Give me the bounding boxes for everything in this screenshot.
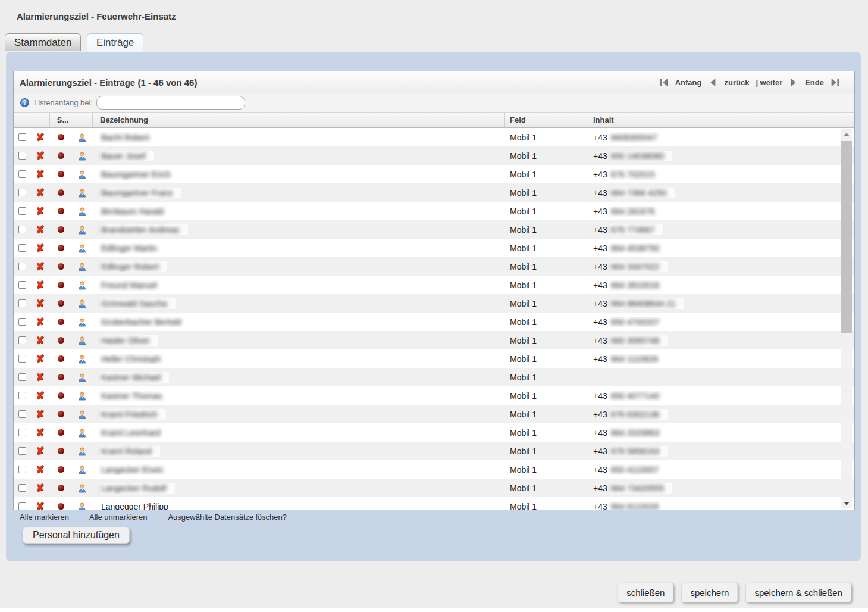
delete-row-icon[interactable]: ✘ xyxy=(36,169,45,180)
row-phone-number: 676 702015 xyxy=(611,170,655,179)
pagination-first[interactable]: Anfang xyxy=(675,78,702,87)
row-checkbox[interactable] xyxy=(18,336,26,344)
save-and-close-button[interactable]: speichern & schließen xyxy=(745,583,851,602)
row-checkbox[interactable] xyxy=(18,447,26,455)
row-checkbox[interactable] xyxy=(18,152,26,160)
delete-row-icon[interactable]: ✘ xyxy=(36,280,45,291)
person-icon[interactable] xyxy=(77,336,87,345)
row-phone-number: 664 2029963 xyxy=(611,428,660,438)
deselect-all-link[interactable]: Alle unmarkieren xyxy=(89,513,148,522)
delete-row-icon[interactable]: ✘ xyxy=(36,501,45,510)
header-feld[interactable]: Feld xyxy=(505,113,588,127)
person-icon[interactable] xyxy=(77,317,87,327)
row-field: Mobil 1 xyxy=(505,410,588,419)
pagination-last[interactable]: Ende xyxy=(805,78,824,87)
help-icon[interactable]: ? xyxy=(20,98,29,107)
person-icon[interactable] xyxy=(77,483,87,493)
delete-row-icon[interactable]: ✘ xyxy=(36,335,45,346)
select-all-link[interactable]: Alle markieren xyxy=(20,513,69,522)
pagination-next[interactable]: | weiter xyxy=(756,78,782,87)
delete-row-icon[interactable]: ✘ xyxy=(36,317,45,327)
person-icon[interactable] xyxy=(77,465,87,474)
delete-row-icon[interactable]: ✘ xyxy=(36,372,45,383)
delete-row-icon[interactable]: ✘ xyxy=(36,261,45,272)
delete-selected-link[interactable]: Ausgewählte Datensätze löschen? xyxy=(168,513,286,522)
person-icon[interactable] xyxy=(77,225,87,235)
first-page-icon[interactable] xyxy=(659,78,669,87)
next-page-icon[interactable] xyxy=(789,78,798,87)
row-checkbox[interactable] xyxy=(18,373,26,381)
tab-eintraege[interactable]: Einträge xyxy=(87,33,143,52)
person-icon[interactable] xyxy=(77,299,87,308)
person-icon[interactable] xyxy=(77,446,87,456)
person-icon[interactable] xyxy=(77,280,87,290)
person-icon[interactable] xyxy=(77,354,87,364)
table-scrollbar[interactable] xyxy=(841,129,852,508)
row-checkbox[interactable] xyxy=(18,466,26,473)
delete-row-icon[interactable]: ✘ xyxy=(36,188,45,198)
person-icon[interactable] xyxy=(77,428,87,438)
row-checkbox[interactable] xyxy=(18,170,26,178)
scroll-down-icon[interactable] xyxy=(841,498,852,508)
pagination-prev[interactable]: zurück xyxy=(724,78,749,87)
row-checkbox[interactable] xyxy=(18,355,26,363)
row-checkbox[interactable] xyxy=(18,318,26,326)
delete-row-icon[interactable]: ✘ xyxy=(36,224,45,235)
person-icon[interactable] xyxy=(77,373,87,382)
delete-row-icon[interactable]: ✘ xyxy=(36,151,45,161)
row-checkbox[interactable] xyxy=(18,226,26,233)
delete-row-icon[interactable]: ✘ xyxy=(36,206,45,217)
row-checkbox[interactable] xyxy=(18,502,26,510)
row-checkbox[interactable] xyxy=(18,263,26,270)
person-icon[interactable] xyxy=(77,151,87,161)
status-dot-icon xyxy=(58,429,64,436)
table-row: ✘ Grünwald Sascha Mobil 1 +43 664 884086… xyxy=(14,294,854,313)
row-field: Mobil 1 xyxy=(505,170,588,179)
row-phone-number: 664 4538750 xyxy=(611,243,660,253)
last-page-icon[interactable] xyxy=(831,78,840,87)
delete-row-icon[interactable]: ✘ xyxy=(36,427,45,438)
row-checkbox[interactable] xyxy=(18,244,26,252)
pagination: Anfang zurück | weiter Ende xyxy=(659,78,854,87)
row-checkbox[interactable] xyxy=(18,392,26,399)
delete-row-icon[interactable]: ✘ xyxy=(36,391,45,401)
delete-row-icon[interactable]: ✘ xyxy=(36,446,45,457)
row-checkbox[interactable] xyxy=(18,484,26,492)
close-button[interactable]: schließen xyxy=(618,583,673,602)
delete-row-icon[interactable]: ✘ xyxy=(36,354,45,364)
header-inhalt[interactable]: Inhalt xyxy=(588,113,854,127)
scroll-up-icon[interactable] xyxy=(841,129,852,139)
delete-row-icon[interactable]: ✘ xyxy=(36,464,45,475)
person-icon[interactable] xyxy=(77,262,87,271)
header-status-col[interactable]: S... xyxy=(50,113,71,127)
delete-row-icon[interactable]: ✘ xyxy=(36,132,45,143)
header-bezeichnung[interactable]: Bezeichnung xyxy=(93,113,505,127)
tab-stammdaten[interactable]: Stammdaten xyxy=(5,33,81,51)
row-checkbox[interactable] xyxy=(18,281,26,289)
delete-row-icon[interactable]: ✘ xyxy=(36,298,45,309)
person-icon[interactable] xyxy=(77,170,87,179)
scrollbar-thumb[interactable] xyxy=(841,141,852,333)
delete-row-icon[interactable]: ✘ xyxy=(36,483,45,494)
delete-row-icon[interactable]: ✘ xyxy=(36,243,45,254)
person-icon[interactable] xyxy=(77,502,87,510)
person-icon[interactable] xyxy=(77,207,87,216)
save-button[interactable]: speichern xyxy=(681,583,738,602)
person-icon[interactable] xyxy=(77,188,87,198)
table-header: S... Bezeichnung Feld Inhalt xyxy=(14,113,854,128)
filter-input[interactable] xyxy=(96,96,245,110)
row-checkbox[interactable] xyxy=(18,429,26,436)
status-dot-icon xyxy=(58,226,64,233)
prev-page-icon[interactable] xyxy=(708,78,717,87)
person-icon[interactable] xyxy=(77,243,87,253)
person-icon[interactable] xyxy=(77,391,87,401)
row-checkbox[interactable] xyxy=(18,207,26,215)
row-checkbox[interactable] xyxy=(18,410,26,418)
row-checkbox[interactable] xyxy=(18,133,26,141)
row-checkbox[interactable] xyxy=(18,299,26,307)
person-icon[interactable] xyxy=(77,133,87,142)
person-icon[interactable] xyxy=(77,410,87,419)
add-personnel-button[interactable]: Personal hinzufügen xyxy=(23,527,130,544)
delete-row-icon[interactable]: ✘ xyxy=(36,409,45,420)
row-checkbox[interactable] xyxy=(18,189,26,196)
